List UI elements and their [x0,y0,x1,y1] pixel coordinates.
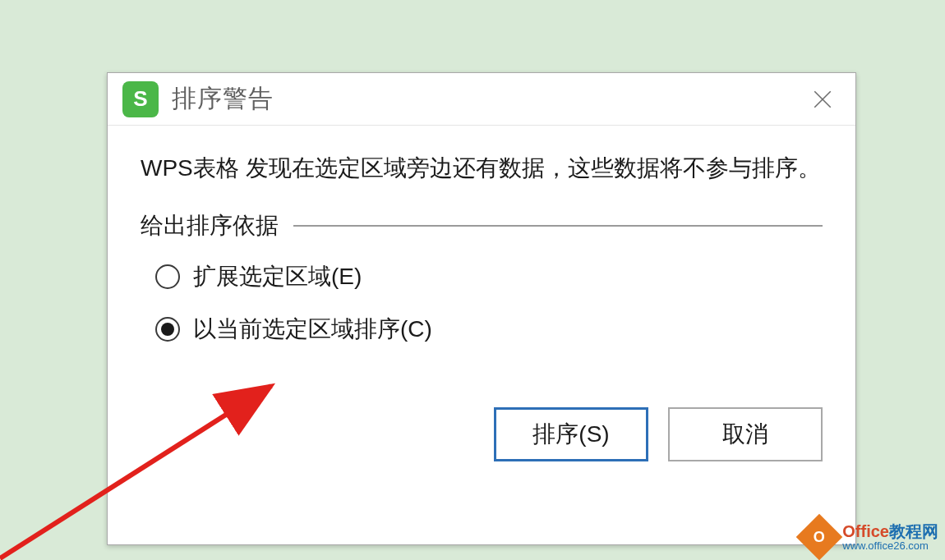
radio-icon-selected [155,317,180,342]
sort-warning-dialog: S 排序警告 WPS表格 发现在选定区域旁边还有数据，这些数据将不参与排序。 给… [107,72,856,545]
radio-icon [155,264,180,289]
close-button[interactable] [806,83,839,116]
warning-message: WPS表格 发现在选定区域旁边还有数据，这些数据将不参与排序。 [141,150,823,187]
wps-spreadsheet-icon: S [122,81,159,117]
button-label: 取消 [722,419,768,450]
radio-expand-selection[interactable]: 扩展选定区域(E) [155,261,823,292]
dialog-title: 排序警告 [172,82,806,116]
watermark-title-part2: 教程网 [889,522,938,540]
watermark: O Office教程网 www.office26.com [803,521,938,553]
watermark-badge-icon: O [796,514,843,560]
sort-button[interactable]: 排序(S) [494,407,648,461]
watermark-text: Office教程网 www.office26.com [842,523,938,552]
dialog-content: WPS表格 发现在选定区域旁边还有数据，这些数据将不参与排序。 给出排序依据 扩… [108,126,855,383]
legend-divider [293,225,823,227]
close-icon [812,89,833,110]
legend-label: 给出排序依据 [141,210,279,241]
watermark-url: www.office26.com [842,540,938,552]
app-icon-letter: S [133,86,147,112]
radio-label: 以当前选定区域排序(C) [193,314,432,345]
radio-dot-icon [161,323,174,336]
watermark-title-part1: Office [842,522,889,540]
watermark-title: Office教程网 [842,523,938,540]
sort-options-group: 扩展选定区域(E) 以当前选定区域排序(C) [141,261,823,345]
button-label: 排序(S) [532,419,609,450]
radio-current-selection[interactable]: 以当前选定区域排序(C) [155,314,823,345]
radio-label: 扩展选定区域(E) [193,261,362,292]
cancel-button[interactable]: 取消 [668,407,823,461]
dialog-buttons: 排序(S) 取消 [108,407,855,461]
dialog-titlebar: S 排序警告 [108,73,855,126]
watermark-badge-letter: O [814,528,825,545]
section-legend: 给出排序依据 [141,210,823,241]
